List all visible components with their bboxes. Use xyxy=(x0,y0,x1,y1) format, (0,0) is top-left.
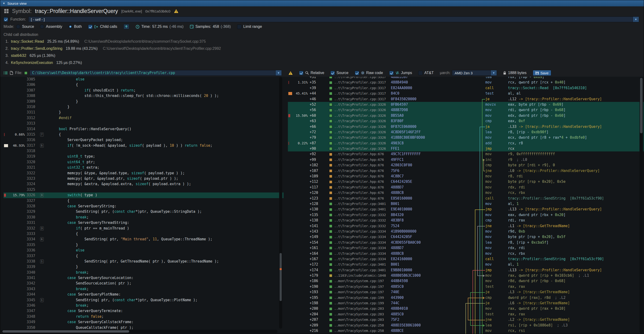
function-select[interactable]: [ - self - ] ▼ xyxy=(28,16,639,22)
line-number[interactable]: 3323 xyxy=(25,176,35,181)
asm-mnemonic[interactable]: call xyxy=(485,256,508,262)
asm-offset[interactable]: +207 xyxy=(308,317,325,323)
source-line[interactable]: 3327 { xyxy=(4,198,284,203)
source-line[interactable]: 3323 memcpy( &ptr, &payload.ptr, sizeof(… xyxy=(4,176,284,181)
asm-offset[interactable]: +72 xyxy=(308,130,325,135)
line-number[interactable]: 3343 xyxy=(25,286,35,292)
asm-mnemonic[interactable]: lea xyxy=(485,77,508,80)
asm-offset[interactable]: +79 xyxy=(308,135,325,140)
function-checkbox[interactable] xyxy=(4,17,8,22)
asm-mnemonic[interactable]: je xyxy=(485,289,508,295)
line-number[interactable]: 3305 xyxy=(25,77,35,82)
asm-row[interactable]: +179..1103\include\atomic:1048488B05B63C… xyxy=(288,273,644,278)
source-line[interactable]: 3318 xyxy=(4,148,284,154)
asm-offset[interactable]: +35 xyxy=(308,80,325,85)
mode-option-source[interactable]: Source xyxy=(16,24,34,29)
asm-row[interactable]: +143..t\TracyProfiler.cpp:333441B90B0000… xyxy=(288,229,644,234)
chevron-down-icon[interactable]: ▼ xyxy=(490,70,497,75)
asm-offset[interactable]: +99 xyxy=(308,157,325,163)
raw-code-toggle[interactable]: Raw code xyxy=(355,71,383,75)
asm-mnemonic[interactable]: cmp xyxy=(485,218,508,223)
asm-offset[interactable]: +87 xyxy=(308,141,325,146)
asm-offset[interactable]: +128 xyxy=(308,201,325,207)
source-toggle[interactable]: Source xyxy=(330,71,348,75)
asm-row[interactable]: +39..t\TracyProfiler.cpp:3317E824AA0000c… xyxy=(288,85,644,91)
line-number[interactable]: 3328 xyxy=(25,203,35,209)
asm-offset[interactable]: +143 xyxy=(308,229,325,234)
asm-offset[interactable]: +198 xyxy=(308,301,325,306)
collapse-icon[interactable]: ▼ xyxy=(2,2,5,5)
source-line[interactable]: 33381 SendString( ptr, GetThreadName( pt… xyxy=(4,259,284,264)
asm-row[interactable]: +216..mon\TracySystem.cpp:258488BCEmovrc… xyxy=(288,328,644,334)
asm-row[interactable]: +63..t\TracyProfiler.cpp:332683F80Fcmpea… xyxy=(288,118,644,124)
asm-offset[interactable]: +39 xyxy=(308,85,325,91)
asm-offset[interactable]: +107 xyxy=(308,168,325,173)
child-calls-checkbox[interactable] xyxy=(88,24,92,29)
line-number[interactable]: 3314 xyxy=(25,126,35,132)
asm-mnemonic[interactable]: jmp xyxy=(485,268,508,273)
source-line[interactable]: 3321 uint32_t extra; xyxy=(4,165,284,170)
asm-offset[interactable]: +56 xyxy=(308,107,325,113)
asm-offset[interactable]: +161 xyxy=(308,245,325,251)
asm-row[interactable]: +190..mon\TracySystem.cpp:1974885C0testr… xyxy=(288,284,644,289)
asm-mnemonic[interactable]: mov xyxy=(485,251,508,256)
child-call-name[interactable]: tracy::Socket::Read xyxy=(11,39,44,43)
line-jump-badge[interactable]: 3 xyxy=(40,226,44,230)
asm-source-location[interactable]: ..t\TracyProfiler.cpp:3326 xyxy=(334,130,391,135)
asm-offset[interactable]: +138 xyxy=(308,218,325,223)
att-checkbox[interactable] xyxy=(418,71,423,75)
asm-row[interactable]: +135..t\TracyProfiler.cpp:33328B4320move… xyxy=(288,212,644,218)
line-number[interactable]: 3336 xyxy=(25,248,35,253)
asm-offset[interactable]: +149 xyxy=(308,234,325,240)
line-number[interactable]: 3315 xyxy=(25,132,35,137)
asm-source-location[interactable]: ..mon\TracySystem.cpp:197 xyxy=(334,284,391,289)
asm-mnemonic[interactable]: call xyxy=(485,196,508,201)
asm-source-location[interactable]: ..t\TracyProfiler.cpp:3332 xyxy=(334,218,391,223)
child-call-name[interactable]: stat64i32 xyxy=(11,53,26,58)
line-number[interactable]: 3341 xyxy=(25,275,35,281)
asm-offset[interactable]: +209 xyxy=(308,323,325,328)
line-number[interactable]: 3344 xyxy=(25,292,35,297)
asm-mnemonic[interactable]: mov xyxy=(485,190,508,195)
source-line[interactable]: 46.93%33175 if( !m_sock->Read( &payload,… xyxy=(4,143,284,148)
asm-row[interactable]: +174..t\TracyProfiler.cpp:3401E9B8010000… xyxy=(288,268,644,273)
line-number[interactable]: 3332 xyxy=(25,226,35,231)
child-call-item[interactable]: 2.tracy::Profiler::SendLongString19.88 m… xyxy=(4,45,640,52)
asm-source-location[interactable]: ..t\TracyProfiler.cpp:3401 xyxy=(334,201,391,207)
asm-mnemonic[interactable]: mov xyxy=(485,229,508,234)
asm-offset[interactable]: +130 xyxy=(308,207,325,212)
asm-offset[interactable]: +193 xyxy=(308,289,325,295)
child-call-name[interactable]: KeSynchronizeExecution xyxy=(11,61,53,65)
asm-mnemonic[interactable]: mov xyxy=(485,306,508,311)
asm-offset[interactable]: +195 xyxy=(308,295,325,301)
radio-icon[interactable] xyxy=(68,24,72,29)
source-line[interactable]: 3314 bool Profiler::HandleServerQuery() xyxy=(4,126,284,132)
child-call-item[interactable]: 1.tracy::Socket::Read25.25 ms (54.89%)C:… xyxy=(4,38,640,45)
asm-row[interactable]: +172..t\TracyProfiler.cpp:3401B001moval,… xyxy=(288,262,644,267)
child-call-item[interactable]: 3.stat64i32625 µs (1.36%) xyxy=(4,52,640,59)
asm-row[interactable]: +107..t\TracyProfiler.hpp:67675F6jne.L0 … xyxy=(288,168,644,173)
asm-source-location[interactable]: ..t\TracyProfiler.cpp:3401 xyxy=(334,207,391,212)
line-number[interactable]: 3327 xyxy=(25,198,35,203)
line-number[interactable]: 3349 xyxy=(25,319,35,325)
chevron-down-icon[interactable]: ▼ xyxy=(275,70,282,75)
source-line[interactable]: 33323 if( ptr == m_mainThread ) xyxy=(4,226,284,231)
asm-mnemonic[interactable]: mov xyxy=(485,113,508,118)
asm-source-location[interactable]: ..t\TracyProfiler.cpp:3317 xyxy=(334,91,391,96)
asm-row[interactable]: 45.41%+44..t\TracyProfiler.cpp:331784C0t… xyxy=(288,91,644,96)
source-line[interactable]: 3336 else xyxy=(4,248,284,253)
asm-offset[interactable]: +154 xyxy=(308,240,325,245)
relative-checkbox[interactable] xyxy=(299,71,304,75)
uarch-select[interactable]: AMD Zen 3 ▼ xyxy=(452,70,497,76)
line-number[interactable]: 3330 xyxy=(25,215,35,220)
asm-mnemonic[interactable]: test xyxy=(485,312,508,317)
asm-offset[interactable]: +216 xyxy=(308,328,325,334)
source-line[interactable]: 3346 break; xyxy=(4,303,284,308)
att-toggle[interactable]: AT&T xyxy=(418,71,434,75)
source-line[interactable]: 33451 SendString( ptr, (const char*)ptr,… xyxy=(4,298,284,303)
line-number[interactable]: 3342 xyxy=(25,281,35,286)
asm-offset[interactable]: +123 xyxy=(308,196,325,201)
asm-mnemonic[interactable]: jmp xyxy=(485,207,508,212)
asm-row[interactable]: +207..mon\TracySystem.cpp:20375F2jne.L2 … xyxy=(288,317,644,323)
asm-row[interactable]: +161..t\TracyProfiler.cpp:3334488BD7movr… xyxy=(288,245,644,251)
